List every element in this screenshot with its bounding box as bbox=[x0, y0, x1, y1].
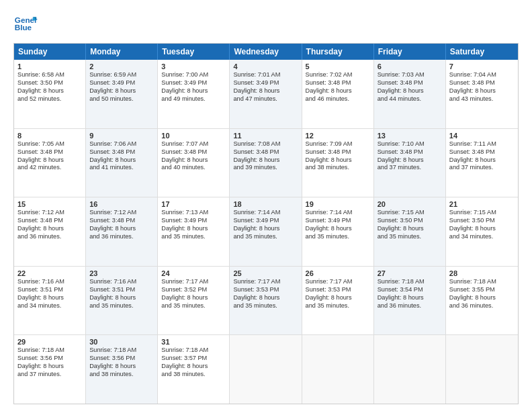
cal-row-2: 15Sunrise: 7:12 AMSunset: 3:48 PMDayligh… bbox=[14, 197, 518, 267]
cell-line-2: Daylight: 8 hours bbox=[449, 87, 515, 95]
day-number: 26 bbox=[306, 269, 370, 277]
logo: General Blue bbox=[13, 12, 40, 36]
day-number: 13 bbox=[378, 132, 442, 140]
cell-line-3: and 46 minutes. bbox=[306, 95, 370, 103]
cell-line-2: Daylight: 8 hours bbox=[17, 225, 82, 233]
cal-cell-26: 26Sunrise: 7:17 AMSunset: 3:53 PMDayligh… bbox=[302, 267, 374, 335]
cell-line-1: Sunset: 3:57 PM bbox=[161, 355, 226, 363]
cal-row-4: 29Sunrise: 7:18 AMSunset: 3:56 PMDayligh… bbox=[14, 335, 518, 404]
cell-line-3: and 38 minutes. bbox=[89, 371, 154, 379]
cell-line-1: Sunset: 3:48 PM bbox=[306, 79, 370, 87]
cell-line-3: and 35 minutes. bbox=[161, 302, 226, 310]
day-number: 19 bbox=[306, 200, 370, 208]
cell-line-0: Sunrise: 7:10 AM bbox=[378, 140, 442, 148]
cell-line-1: Sunset: 3:48 PM bbox=[378, 148, 442, 156]
cal-cell-1: 1Sunrise: 6:58 AMSunset: 3:50 PMDaylight… bbox=[14, 60, 86, 128]
cell-line-0: Sunrise: 7:18 AM bbox=[17, 347, 82, 355]
cell-line-1: Sunset: 3:49 PM bbox=[233, 217, 298, 225]
cell-line-0: Sunrise: 7:09 AM bbox=[306, 140, 370, 148]
cell-line-2: Daylight: 8 hours bbox=[378, 156, 442, 165]
calendar-header: SundayMondayTuesdayWednesdayThursdayFrid… bbox=[14, 44, 518, 60]
cal-cell-12: 12Sunrise: 7:09 AMSunset: 3:48 PMDayligh… bbox=[302, 129, 374, 197]
day-number: 10 bbox=[161, 132, 226, 140]
day-number: 6 bbox=[378, 62, 442, 71]
cal-cell-3: 3Sunrise: 7:00 AMSunset: 3:49 PMDaylight… bbox=[158, 60, 230, 128]
cell-line-0: Sunrise: 7:13 AM bbox=[161, 209, 226, 217]
cell-line-3: and 38 minutes. bbox=[306, 164, 370, 172]
cell-line-2: Daylight: 8 hours bbox=[161, 87, 226, 95]
cell-line-3: and 35 minutes. bbox=[161, 233, 226, 241]
cell-line-1: Sunset: 3:50 PM bbox=[378, 217, 442, 225]
cal-cell-17: 17Sunrise: 7:13 AMSunset: 3:49 PMDayligh… bbox=[158, 197, 230, 266]
cell-line-0: Sunrise: 7:18 AM bbox=[89, 347, 154, 355]
cell-line-0: Sunrise: 7:18 AM bbox=[161, 347, 226, 355]
cell-line-3: and 36 minutes. bbox=[449, 302, 515, 310]
cell-line-3: and 37 minutes. bbox=[17, 371, 82, 379]
day-number: 22 bbox=[17, 269, 82, 277]
cell-line-1: Sunset: 3:54 PM bbox=[378, 286, 442, 294]
cal-cell-18: 18Sunrise: 7:14 AMSunset: 3:49 PMDayligh… bbox=[230, 197, 302, 266]
cell-line-2: Daylight: 8 hours bbox=[17, 87, 82, 95]
svg-text:Blue: Blue bbox=[15, 23, 32, 32]
cell-line-3: and 36 minutes. bbox=[89, 233, 154, 241]
cal-cell-4: 4Sunrise: 7:01 AMSunset: 3:49 PMDaylight… bbox=[230, 60, 302, 128]
cell-line-1: Sunset: 3:48 PM bbox=[161, 148, 226, 156]
cell-line-2: Daylight: 8 hours bbox=[233, 225, 298, 233]
day-number: 29 bbox=[17, 338, 82, 346]
cal-cell-6: 6Sunrise: 7:03 AMSunset: 3:48 PMDaylight… bbox=[374, 60, 446, 128]
cell-line-0: Sunrise: 7:15 AM bbox=[378, 209, 442, 217]
cell-line-2: Daylight: 8 hours bbox=[306, 156, 370, 165]
cell-line-0: Sunrise: 7:08 AM bbox=[233, 140, 298, 148]
cell-line-2: Daylight: 8 hours bbox=[161, 363, 226, 371]
cal-cell-empty bbox=[374, 335, 446, 404]
cell-line-2: Daylight: 8 hours bbox=[449, 294, 515, 302]
cell-line-3: and 35 minutes. bbox=[378, 233, 442, 241]
cell-line-0: Sunrise: 7:00 AM bbox=[161, 71, 226, 79]
cal-cell-16: 16Sunrise: 7:12 AMSunset: 3:48 PMDayligh… bbox=[86, 197, 158, 266]
cal-cell-20: 20Sunrise: 7:15 AMSunset: 3:50 PMDayligh… bbox=[374, 197, 446, 266]
cell-line-3: and 39 minutes. bbox=[233, 164, 298, 172]
cell-line-2: Daylight: 8 hours bbox=[449, 225, 515, 233]
cell-line-1: Sunset: 3:53 PM bbox=[306, 286, 370, 294]
cell-line-0: Sunrise: 7:12 AM bbox=[89, 209, 154, 217]
cell-line-2: Daylight: 8 hours bbox=[17, 363, 82, 371]
cal-cell-5: 5Sunrise: 7:02 AMSunset: 3:48 PMDaylight… bbox=[302, 60, 374, 128]
cell-line-2: Daylight: 8 hours bbox=[89, 225, 154, 233]
cell-line-0: Sunrise: 7:18 AM bbox=[378, 278, 442, 286]
cell-line-2: Daylight: 8 hours bbox=[89, 156, 154, 165]
cell-line-3: and 41 minutes. bbox=[89, 164, 154, 172]
cell-line-2: Daylight: 8 hours bbox=[306, 87, 370, 95]
cell-line-3: and 35 minutes. bbox=[233, 233, 298, 241]
cal-cell-30: 30Sunrise: 7:18 AMSunset: 3:56 PMDayligh… bbox=[86, 335, 158, 404]
cell-line-1: Sunset: 3:48 PM bbox=[449, 79, 515, 87]
cal-cell-24: 24Sunrise: 7:17 AMSunset: 3:52 PMDayligh… bbox=[158, 267, 230, 335]
day-number: 2 bbox=[89, 62, 154, 71]
cell-line-1: Sunset: 3:56 PM bbox=[17, 355, 82, 363]
day-number: 8 bbox=[17, 132, 82, 140]
day-number: 12 bbox=[306, 132, 370, 140]
cell-line-2: Daylight: 8 hours bbox=[89, 294, 154, 302]
cell-line-0: Sunrise: 7:15 AM bbox=[449, 209, 515, 217]
cell-line-2: Daylight: 8 hours bbox=[161, 225, 226, 233]
cal-row-3: 22Sunrise: 7:16 AMSunset: 3:51 PMDayligh… bbox=[14, 267, 518, 336]
day-number: 30 bbox=[89, 338, 154, 346]
cell-line-0: Sunrise: 6:58 AM bbox=[17, 71, 82, 79]
cell-line-2: Daylight: 8 hours bbox=[89, 87, 154, 95]
cell-line-0: Sunrise: 7:04 AM bbox=[449, 71, 515, 79]
cell-line-2: Daylight: 8 hours bbox=[378, 294, 442, 302]
cell-line-3: and 44 minutes. bbox=[378, 95, 442, 103]
day-number: 16 bbox=[89, 200, 154, 208]
cal-header-sunday: Sunday bbox=[14, 44, 86, 60]
cell-line-0: Sunrise: 7:17 AM bbox=[233, 278, 298, 286]
cell-line-0: Sunrise: 7:11 AM bbox=[449, 140, 515, 148]
cal-cell-14: 14Sunrise: 7:11 AMSunset: 3:48 PMDayligh… bbox=[446, 129, 518, 197]
cell-line-1: Sunset: 3:50 PM bbox=[17, 79, 82, 87]
cal-row-0: 1Sunrise: 6:58 AMSunset: 3:50 PMDaylight… bbox=[14, 60, 518, 129]
cal-cell-2: 2Sunrise: 6:59 AMSunset: 3:49 PMDaylight… bbox=[86, 60, 158, 128]
cell-line-1: Sunset: 3:48 PM bbox=[89, 148, 154, 156]
cell-line-0: Sunrise: 7:05 AM bbox=[17, 140, 82, 148]
cell-line-0: Sunrise: 7:02 AM bbox=[306, 71, 370, 79]
cell-line-0: Sunrise: 7:12 AM bbox=[17, 209, 82, 217]
day-number: 21 bbox=[449, 200, 515, 208]
cell-line-1: Sunset: 3:49 PM bbox=[161, 217, 226, 225]
